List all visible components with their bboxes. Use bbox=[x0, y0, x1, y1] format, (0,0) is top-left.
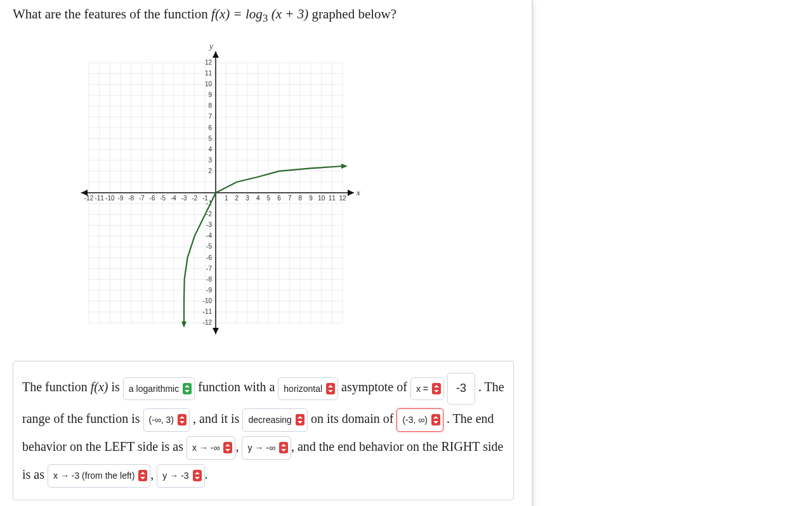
q-fn-lhs: f(x) = log bbox=[211, 6, 263, 22]
ans-t1d: asymptote of bbox=[341, 380, 410, 394]
select-monotonicity[interactable]: decreasing bbox=[242, 408, 308, 432]
ans-t3d: , bbox=[150, 467, 157, 481]
svg-text:10: 10 bbox=[318, 195, 325, 202]
svg-text:-9: -9 bbox=[206, 287, 212, 294]
select-function-type[interactable]: a logarithmic bbox=[123, 377, 195, 401]
q-fn-arg: (x + 3) bbox=[268, 6, 309, 22]
select-value: (-3, ∞) bbox=[402, 410, 428, 430]
answer-box: The function f(x) is a logarithmic funct… bbox=[13, 361, 514, 500]
svg-text:-10: -10 bbox=[203, 297, 213, 304]
svg-text:8: 8 bbox=[299, 195, 303, 202]
select-value: decreasing bbox=[248, 410, 292, 430]
select-left-x[interactable]: x → -∞ bbox=[187, 436, 235, 460]
svg-text:10: 10 bbox=[205, 81, 213, 88]
select-left-y[interactable]: y → -∞ bbox=[242, 436, 291, 460]
svg-text:6: 6 bbox=[208, 124, 212, 131]
svg-text:7: 7 bbox=[208, 114, 212, 120]
select-range[interactable]: (-∞, 3) bbox=[143, 408, 190, 432]
svg-text:4: 4 bbox=[208, 146, 212, 153]
svg-marker-105 bbox=[341, 164, 348, 169]
stepper-icon[interactable] bbox=[193, 470, 202, 481]
svg-text:-3: -3 bbox=[181, 195, 187, 202]
page: What are the features of the function f(… bbox=[0, 0, 533, 506]
svg-text:-9: -9 bbox=[118, 195, 124, 202]
stepper-icon[interactable] bbox=[138, 470, 147, 481]
svg-text:11: 11 bbox=[205, 70, 213, 77]
svg-marker-55 bbox=[213, 328, 219, 334]
select-right-x[interactable]: x → -3 (from the left) bbox=[48, 464, 150, 488]
svg-text:-8: -8 bbox=[128, 195, 134, 202]
svg-text:5: 5 bbox=[208, 135, 212, 142]
svg-text:8: 8 bbox=[208, 103, 212, 110]
svg-text:3: 3 bbox=[246, 195, 249, 202]
svg-text:4: 4 bbox=[256, 195, 260, 202]
stepper-icon[interactable] bbox=[431, 414, 440, 425]
svg-text:-4: -4 bbox=[206, 233, 212, 240]
svg-text:1: 1 bbox=[225, 195, 228, 202]
select-value: a logarithmic bbox=[129, 379, 179, 399]
svg-text:2: 2 bbox=[208, 167, 212, 174]
graph-svg: -12-11-10-9-8-7-6-5-4-3-2-11234567891011… bbox=[70, 44, 362, 342]
svg-text:-12: -12 bbox=[203, 319, 213, 326]
svg-text:y: y bbox=[208, 44, 213, 51]
svg-text:-6: -6 bbox=[206, 254, 212, 261]
select-domain[interactable]: (-3, ∞) bbox=[396, 408, 443, 432]
svg-text:-7: -7 bbox=[206, 265, 212, 272]
svg-text:-4: -4 bbox=[171, 195, 176, 202]
svg-marker-52 bbox=[348, 190, 354, 196]
svg-text:-5: -5 bbox=[206, 243, 212, 250]
input-asymptote-value[interactable]: -3 bbox=[447, 373, 475, 405]
svg-text:11: 11 bbox=[329, 195, 336, 202]
ans-t1b: is bbox=[108, 380, 123, 394]
ans-t2b: , and it is bbox=[193, 412, 242, 425]
svg-text:x: x bbox=[356, 188, 360, 197]
svg-marker-54 bbox=[213, 51, 219, 58]
stepper-icon[interactable] bbox=[178, 414, 187, 425]
svg-text:-12: -12 bbox=[84, 195, 94, 202]
svg-text:3: 3 bbox=[208, 157, 212, 164]
q-prefix: What are the features of the function bbox=[13, 6, 211, 22]
select-asymptote-type[interactable]: horizontal bbox=[278, 377, 338, 401]
svg-text:-7: -7 bbox=[139, 195, 145, 202]
graph: -12-11-10-9-8-7-6-5-4-3-2-11234567891011… bbox=[70, 44, 519, 342]
select-value: y → -∞ bbox=[247, 438, 275, 458]
select-value: (-∞, 3) bbox=[149, 410, 174, 430]
svg-text:-3: -3 bbox=[206, 221, 212, 228]
q-fn-base: 3 bbox=[263, 11, 268, 24]
stepper-icon[interactable] bbox=[223, 442, 232, 453]
ans-t3e: . bbox=[205, 467, 208, 481]
select-right-y[interactable]: y → -3 bbox=[157, 464, 204, 488]
svg-text:6: 6 bbox=[277, 195, 281, 202]
select-value: x → -∞ bbox=[192, 438, 219, 458]
ans-t1a: The function bbox=[22, 380, 91, 394]
svg-text:-11: -11 bbox=[95, 195, 104, 202]
select-value: horizontal bbox=[284, 379, 322, 399]
ans-t1c: function with a bbox=[198, 380, 278, 394]
stepper-icon[interactable] bbox=[183, 383, 192, 394]
stepper-icon[interactable] bbox=[326, 383, 335, 394]
ans-fn: f(x) bbox=[91, 380, 108, 394]
svg-text:-5: -5 bbox=[160, 195, 166, 202]
select-value: y → -3 bbox=[162, 466, 188, 486]
svg-text:12: 12 bbox=[205, 59, 213, 66]
svg-text:9: 9 bbox=[309, 195, 313, 202]
svg-text:5: 5 bbox=[267, 195, 271, 202]
select-asymptote-eq[interactable]: x = bbox=[410, 377, 444, 401]
svg-text:-10: -10 bbox=[105, 195, 115, 202]
select-value: x → -3 (from the left) bbox=[53, 466, 134, 486]
svg-text:12: 12 bbox=[339, 195, 346, 202]
svg-marker-106 bbox=[181, 321, 187, 328]
stepper-icon[interactable] bbox=[279, 442, 288, 453]
ans-t3b: , bbox=[235, 439, 242, 453]
svg-text:-8: -8 bbox=[206, 276, 212, 283]
svg-text:-6: -6 bbox=[150, 195, 155, 202]
svg-text:2: 2 bbox=[235, 195, 239, 202]
stepper-icon[interactable] bbox=[432, 383, 441, 394]
svg-text:7: 7 bbox=[288, 195, 292, 202]
svg-text:-11: -11 bbox=[203, 308, 213, 315]
stepper-icon[interactable] bbox=[296, 414, 304, 425]
q-suffix: graphed below? bbox=[308, 6, 396, 22]
ans-t2c: on its domain of bbox=[311, 412, 397, 425]
svg-text:9: 9 bbox=[208, 91, 212, 98]
select-value: x = bbox=[416, 379, 428, 399]
